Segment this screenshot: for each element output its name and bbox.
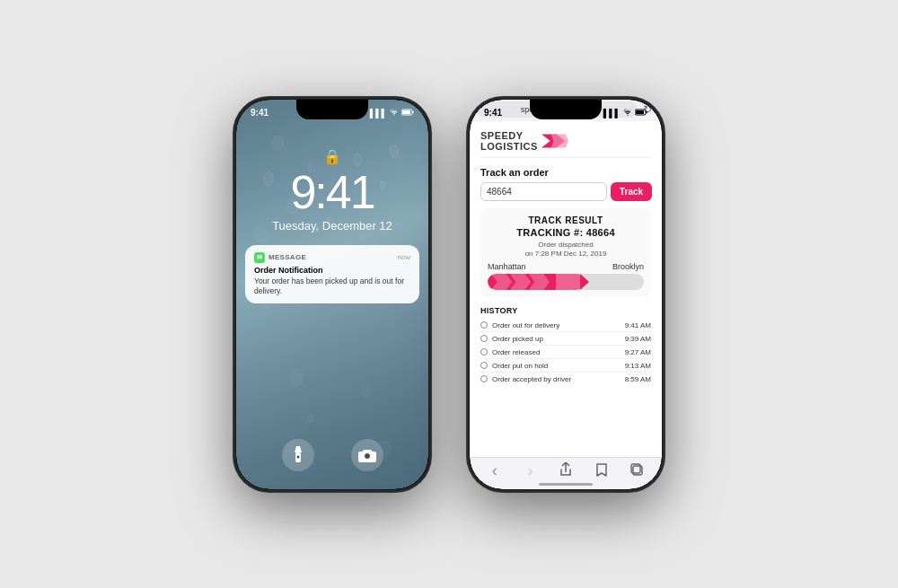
history-item-left: Order put on hold bbox=[480, 362, 548, 370]
browser-content: SPEEDY LOGISTICS Track an order bbox=[470, 121, 662, 457]
lock-date: Tuesday, December 12 bbox=[236, 219, 428, 233]
browser-screen: 9:41 ▌▌▌ bbox=[470, 100, 662, 489]
progress-fill bbox=[488, 274, 585, 290]
notif-time: now bbox=[397, 253, 410, 261]
svg-point-4 bbox=[296, 455, 299, 458]
track-input-row: Track bbox=[480, 182, 651, 201]
camera-button[interactable] bbox=[351, 439, 383, 471]
history-item: Order put on hold 9:13 AM bbox=[480, 359, 651, 373]
phone2-inner: 9:41 ▌▌▌ bbox=[470, 100, 662, 489]
history-item-left: Order picked up bbox=[480, 335, 543, 343]
logo-text: SPEEDY LOGISTICS bbox=[480, 130, 538, 152]
history-item-text: Order out for delivery bbox=[492, 321, 559, 329]
browser-signal-icon: ▌▌▌ bbox=[603, 109, 621, 118]
lock-bottom-icons bbox=[236, 439, 428, 471]
history-dot bbox=[480, 362, 488, 369]
track-label: Track an order bbox=[480, 167, 651, 178]
route-origin: Manhattan bbox=[488, 262, 526, 271]
route-destination: Brooklyn bbox=[612, 262, 644, 271]
result-date: Order dispatched on 7:28 PM Dec 12, 2019 bbox=[488, 241, 644, 259]
svg-rect-7 bbox=[636, 110, 644, 114]
history-list: Order out for delivery 9:41 AM Order pic… bbox=[480, 319, 651, 385]
browser-status-time: 9:41 bbox=[484, 108, 502, 118]
history-item-left: Order accepted by driver bbox=[480, 375, 571, 383]
wifi-icon bbox=[390, 109, 399, 118]
notif-header: ✉ MESSAGE now bbox=[254, 252, 410, 263]
notch bbox=[296, 100, 368, 119]
lock-content: 🔒 9:41 Tuesday, December 12 bbox=[236, 148, 428, 233]
phone2-shell: 9:41 ▌▌▌ bbox=[467, 97, 665, 492]
lock-status-time: 9:41 bbox=[251, 108, 269, 118]
svg-marker-11 bbox=[491, 274, 512, 290]
battery-icon bbox=[401, 109, 414, 118]
result-section: TRACK RESULT TRACKING #: 48664 Order dis… bbox=[480, 208, 651, 298]
notif-body: Your order has been picked up and is out… bbox=[254, 276, 410, 296]
history-item-time: 8:59 AM bbox=[625, 375, 651, 383]
svg-point-5 bbox=[364, 452, 370, 459]
track-section: Track an order Track bbox=[480, 167, 651, 201]
history-item-time: 9:41 AM bbox=[625, 321, 651, 329]
svg-rect-2 bbox=[412, 110, 414, 113]
lock-status-icons: ▌▌▌ bbox=[370, 109, 414, 118]
phone1-shell: 9:41 ▌▌▌ bbox=[233, 97, 431, 492]
lock-screen: 9:41 ▌▌▌ bbox=[236, 100, 428, 489]
phones-container: 9:41 ▌▌▌ bbox=[233, 97, 665, 492]
lock-time: 9:41 bbox=[236, 169, 428, 215]
history-item-time: 9:39 AM bbox=[625, 335, 651, 343]
history-item: Order accepted by driver 8:59 AM bbox=[480, 373, 651, 385]
history-item-time: 9:27 AM bbox=[625, 348, 651, 356]
svg-marker-12 bbox=[510, 274, 531, 290]
phone1-screen: 9:41 ▌▌▌ bbox=[236, 100, 428, 489]
notif-app-label: MESSAGE bbox=[269, 253, 306, 261]
logo-arrow-icon bbox=[541, 130, 568, 152]
browser-wifi-icon bbox=[623, 109, 632, 118]
route-labels: Manhattan Brooklyn bbox=[488, 262, 644, 271]
progress-bar bbox=[488, 274, 644, 290]
notification-card: ✉ MESSAGE now Order Notification Your or… bbox=[245, 245, 419, 303]
lock-icon: 🔒 bbox=[236, 148, 428, 165]
progress-arrow-indicator bbox=[580, 274, 589, 290]
home-indicator bbox=[539, 483, 593, 486]
history-dot bbox=[480, 348, 488, 355]
svg-marker-13 bbox=[529, 274, 550, 290]
bookmarks-button[interactable] bbox=[591, 462, 612, 479]
history-item-text: Order put on hold bbox=[492, 362, 548, 370]
back-button[interactable]: ‹ bbox=[484, 461, 506, 480]
history-item-text: Order picked up bbox=[492, 335, 543, 343]
flashlight-button[interactable] bbox=[282, 439, 314, 471]
result-tracking: TRACKING #: 48664 bbox=[488, 227, 644, 238]
phone2-notch-black bbox=[530, 100, 602, 119]
notif-title: Order Notification bbox=[254, 266, 410, 275]
history-item-left: Order released bbox=[480, 348, 540, 356]
forward-button[interactable]: › bbox=[519, 461, 541, 480]
browser-battery-icon bbox=[635, 109, 647, 118]
history-dot bbox=[480, 335, 488, 342]
history-section: HISTORY Order out for delivery 9:41 AM O… bbox=[480, 306, 651, 385]
history-item: Order released 9:27 AM bbox=[480, 346, 651, 359]
phone1-inner: 9:41 ▌▌▌ bbox=[236, 100, 428, 489]
history-item: Order picked up 9:39 AM bbox=[480, 332, 651, 346]
track-button[interactable]: Track bbox=[611, 182, 652, 201]
track-input[interactable] bbox=[480, 182, 607, 201]
result-title: TRACK RESULT bbox=[488, 215, 644, 225]
share-button[interactable] bbox=[555, 462, 577, 479]
history-dot bbox=[480, 321, 488, 329]
history-item: Order out for delivery 9:41 AM bbox=[480, 319, 651, 332]
notif-app: ✉ MESSAGE bbox=[254, 252, 306, 263]
signal-icon: ▌▌▌ bbox=[370, 109, 387, 118]
tabs-button[interactable] bbox=[626, 463, 647, 478]
logo-line1: SPEEDY bbox=[480, 130, 538, 141]
logo-area: SPEEDY LOGISTICS bbox=[480, 130, 651, 158]
route-section: Manhattan Brooklyn bbox=[488, 262, 644, 290]
progress-arrows bbox=[488, 274, 585, 290]
message-app-icon: ✉ bbox=[254, 252, 265, 263]
browser-status-icons: ▌▌▌ bbox=[603, 109, 647, 118]
history-item-text: Order released bbox=[492, 348, 540, 356]
history-item-left: Order out for delivery bbox=[480, 321, 559, 329]
history-title: HISTORY bbox=[480, 306, 651, 315]
history-item-text: Order accepted by driver bbox=[492, 375, 571, 383]
history-dot bbox=[480, 375, 488, 382]
svg-rect-8 bbox=[646, 110, 647, 113]
history-item-time: 9:13 AM bbox=[625, 362, 651, 370]
svg-rect-1 bbox=[402, 110, 410, 114]
